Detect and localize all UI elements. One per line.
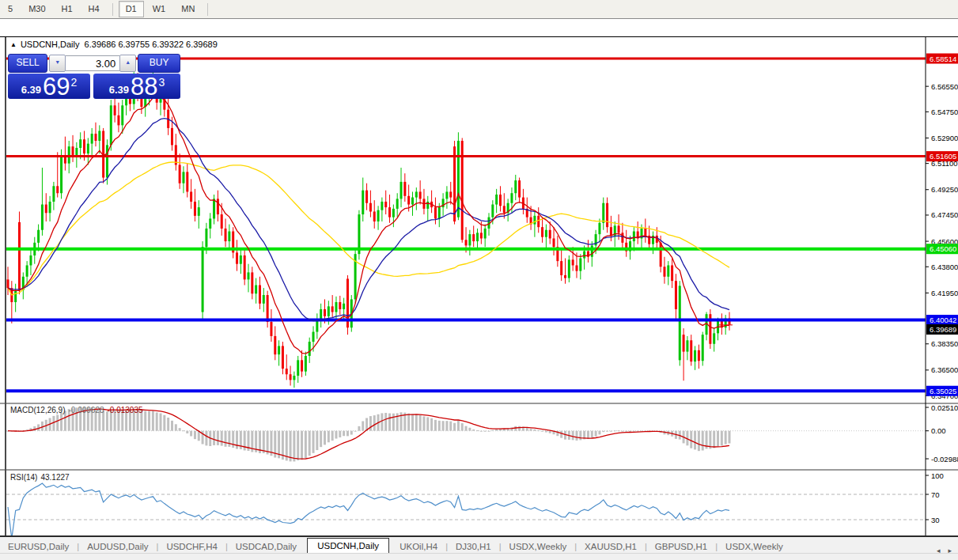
macd-bar bbox=[729, 431, 731, 444]
candle-body bbox=[663, 267, 665, 277]
candle-body bbox=[171, 128, 173, 145]
candle-body bbox=[328, 306, 330, 316]
macd-bar bbox=[52, 416, 55, 431]
macd-bar bbox=[461, 423, 464, 431]
candle-body bbox=[312, 332, 315, 342]
sell-price-display[interactable]: 6.39 69 2 bbox=[8, 74, 90, 99]
macd-bar bbox=[381, 413, 383, 430]
rsi-name: RSI(14) bbox=[10, 473, 37, 482]
macd-bar bbox=[328, 431, 330, 443]
macd-bar bbox=[419, 415, 422, 431]
candle-body bbox=[568, 259, 570, 278]
candle-body bbox=[572, 259, 574, 265]
price-tick-label: 6.54750 bbox=[931, 108, 958, 116]
candle-body bbox=[602, 203, 604, 223]
macd-bar bbox=[618, 430, 620, 431]
macd-bar bbox=[190, 431, 192, 437]
candle-body bbox=[91, 134, 93, 144]
macd-bar bbox=[579, 431, 581, 441]
status-bar bbox=[0, 553, 958, 560]
macd-bar bbox=[614, 430, 616, 431]
candle-body bbox=[480, 233, 483, 238]
sell-button[interactable]: SELL bbox=[8, 54, 47, 73]
candle-body bbox=[83, 139, 85, 153]
macd-tick-label: -0.029881 bbox=[931, 455, 958, 464]
macd-tick-label: 0.00 bbox=[931, 426, 946, 435]
candle-body bbox=[377, 210, 380, 221]
macd-bar bbox=[346, 431, 349, 437]
candle-body bbox=[495, 195, 498, 205]
candle-body bbox=[259, 286, 261, 304]
price-tick-label: 6.43800 bbox=[931, 263, 958, 271]
macd-bar bbox=[316, 431, 318, 450]
tf-button-H1[interactable]: H1 bbox=[55, 1, 80, 17]
macd-bar bbox=[148, 411, 150, 431]
macd-bar bbox=[37, 424, 40, 430]
candle-body bbox=[18, 222, 21, 290]
rsi-indicator-label: RSI(14)43.1227 bbox=[10, 473, 70, 482]
tf-button-MN[interactable]: MN bbox=[174, 1, 202, 17]
buy-price-display[interactable]: 6.39 88 3 bbox=[93, 74, 180, 99]
volume-increase-button[interactable]: ▲ bbox=[119, 55, 136, 72]
candle-body bbox=[549, 230, 551, 239]
candle-body bbox=[369, 203, 372, 212]
candle-body bbox=[213, 199, 215, 218]
chart-background bbox=[0, 36, 958, 554]
candle-body bbox=[419, 191, 422, 199]
candle-body bbox=[205, 229, 207, 247]
candle-body bbox=[694, 350, 696, 361]
candle-body bbox=[194, 202, 196, 216]
macd-bar bbox=[690, 431, 692, 448]
tf-button-H4[interactable]: H4 bbox=[81, 1, 107, 17]
volume-decrease-button[interactable]: ▼ bbox=[49, 55, 66, 72]
price-tick-label: 6.41950 bbox=[931, 289, 958, 297]
buy-button[interactable]: BUY bbox=[138, 54, 180, 73]
volume-input[interactable] bbox=[66, 55, 119, 71]
macd-bar bbox=[324, 431, 326, 445]
tf-button-M30[interactable]: M30 bbox=[21, 1, 52, 17]
buy-price-pip: 3 bbox=[159, 76, 165, 89]
candle-body bbox=[286, 369, 288, 374]
macd-bar bbox=[160, 414, 162, 431]
panel-collapse-icon[interactable]: ▲ bbox=[10, 41, 17, 48]
candle-body bbox=[56, 186, 59, 193]
macd-bar bbox=[545, 431, 547, 433]
candle-body bbox=[60, 157, 62, 194]
macd-bar bbox=[320, 431, 322, 447]
candle-body bbox=[606, 203, 608, 227]
macd-bar bbox=[362, 421, 364, 430]
candle-body bbox=[644, 229, 646, 236]
tf-button-W1[interactable]: W1 bbox=[146, 1, 173, 17]
tf-button-D1[interactable]: D1 bbox=[119, 1, 144, 17]
tf-button-5[interactable]: 5 bbox=[1, 1, 20, 17]
macd-bar bbox=[407, 414, 410, 431]
macd-bar bbox=[297, 431, 299, 460]
macd-bar bbox=[236, 431, 238, 449]
macd-bar bbox=[476, 430, 479, 431]
price-tick-label: 6.49250 bbox=[931, 185, 958, 194]
macd-bar bbox=[205, 431, 207, 446]
candle-body bbox=[381, 202, 383, 210]
macd-bar bbox=[411, 414, 414, 430]
macd-bar bbox=[518, 426, 521, 431]
candle-body bbox=[499, 195, 502, 206]
macd-bar bbox=[232, 431, 234, 448]
candle-body bbox=[278, 346, 280, 354]
candle-body bbox=[438, 207, 441, 218]
macd-bar bbox=[392, 414, 395, 431]
candle-body bbox=[407, 196, 410, 205]
chart-tab-usdcnh-daily[interactable]: USDCNH,Daily bbox=[307, 538, 389, 554]
candle-body bbox=[537, 216, 540, 227]
candle-body bbox=[179, 165, 181, 183]
macd-bar bbox=[434, 420, 437, 431]
candle-body bbox=[575, 265, 577, 271]
macd-bar bbox=[194, 431, 196, 439]
candle-body bbox=[263, 295, 265, 304]
macd-bar bbox=[484, 431, 487, 432]
candle-body bbox=[87, 144, 89, 154]
macd-bar bbox=[335, 431, 337, 439]
candle-body bbox=[202, 247, 204, 312]
price-tick-label: 6.38350 bbox=[931, 339, 958, 348]
macd-bar bbox=[717, 431, 719, 447]
macd-bar bbox=[465, 426, 468, 431]
